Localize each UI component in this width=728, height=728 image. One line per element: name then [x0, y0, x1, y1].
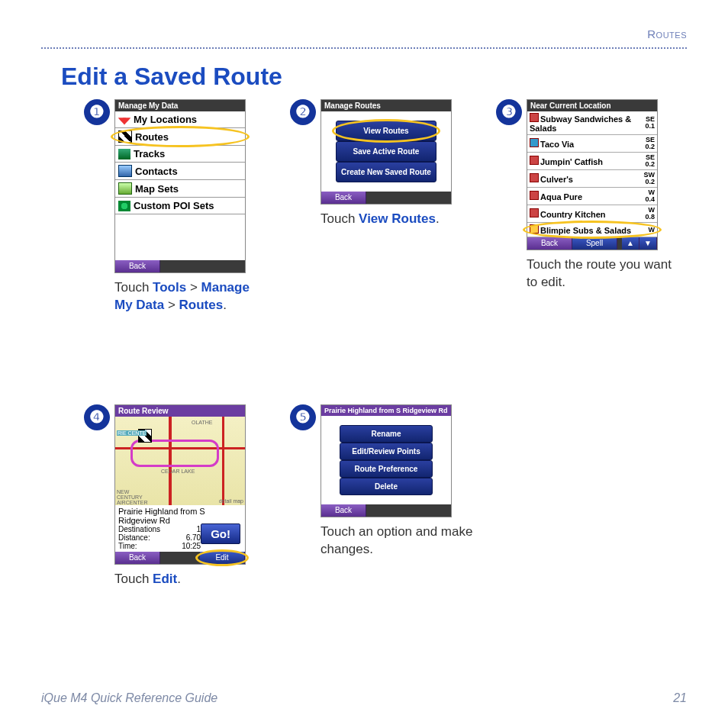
screen-footer: Back: [321, 504, 451, 517]
page-title: Edit a Saved Route: [61, 63, 282, 91]
back-button[interactable]: Back: [321, 504, 366, 517]
step-number-4: ❹: [84, 404, 110, 430]
step-2: ❷ Manage Routes View Routes Save Active …: [321, 99, 473, 228]
page-number: 21: [673, 691, 687, 705]
route-icon: [118, 130, 132, 143]
screen-footer: Back: [321, 192, 451, 204]
route-map[interactable]: OLATHE RIE CENTE CEDAR LAKE NEW CENTURY …: [115, 417, 245, 505]
go-button[interactable]: Go!: [201, 523, 240, 544]
caption-5: Touch an option and make changes.: [321, 523, 473, 559]
back-button[interactable]: Back: [115, 552, 160, 564]
save-active-route-button[interactable]: Save Active Route: [336, 141, 436, 162]
contacts-icon: [118, 165, 132, 177]
menu-routes[interactable]: Routes: [115, 128, 245, 146]
titlebar: Manage My Data: [115, 100, 245, 111]
edit-button[interactable]: Edit: [200, 552, 245, 564]
screen-footer: Back Spell ▲ ▼: [527, 237, 657, 250]
caption-1: Touch Tools > Manage My Data > Routes.: [114, 279, 267, 314]
restaurant-icon: [530, 173, 539, 182]
screen-route-review: Route Review OLATHE RIE CENTE CEDAR LAKE…: [114, 404, 246, 565]
titlebar: Manage Routes: [321, 100, 451, 111]
step-3: ❸ Near Current Location Subway Sandwiche…: [527, 99, 679, 292]
restaurant-icon: [530, 113, 539, 122]
menu-contacts[interactable]: Contacts: [115, 163, 245, 180]
route-name: Prairie Highland from S Ridgeview Rd: [118, 507, 242, 525]
restaurant-icon: [530, 224, 539, 234]
scroll-down-button[interactable]: ▼: [639, 237, 657, 250]
poi-icon: [118, 201, 130, 211]
menu-map-sets[interactable]: Map Sets: [115, 180, 245, 198]
poi-row[interactable]: Taco ViaSE0.2: [527, 135, 657, 153]
menu-tracks[interactable]: Tracks: [115, 146, 245, 163]
titlebar: Near Current Location: [527, 100, 657, 111]
view-routes-button[interactable]: View Routes: [336, 121, 436, 141]
poi-row[interactable]: Subway Sandwiches & SaladsSE0.1: [527, 111, 657, 135]
tracks-icon: [118, 149, 130, 159]
back-button[interactable]: Back: [321, 192, 366, 204]
delete-button[interactable]: Delete: [340, 478, 433, 495]
route-details: Prairie Highland from S Ridgeview Rd Go!…: [115, 505, 245, 552]
scroll-up-button[interactable]: ▲: [622, 237, 639, 250]
screen-footer: Back: [115, 260, 245, 272]
page-footer: iQue M4 Quick Reference Guide 21: [41, 691, 687, 705]
edit-review-points-button[interactable]: Edit/Review Points: [340, 443, 433, 460]
step-1: ❶ Manage My Data My Locations Routes Tra…: [114, 99, 267, 314]
screen-manage-routes: Manage Routes View Routes Save Active Ro…: [321, 99, 452, 205]
poi-row-highlighted[interactable]: Blimpie Subs & SaladsW: [527, 223, 657, 237]
route-preference-button[interactable]: Route Preference: [340, 460, 433, 478]
screen-near-location: Near Current Location Subway Sandwiches …: [527, 99, 658, 250]
rename-button[interactable]: Rename: [340, 425, 433, 443]
restaurant-icon: [530, 156, 539, 165]
caption-4: Touch Edit.: [114, 571, 267, 588]
caption-2: Touch View Routes.: [321, 211, 473, 228]
restaurant-icon: [530, 138, 539, 147]
step-number-5: ❺: [290, 404, 316, 430]
back-button[interactable]: Back: [527, 237, 572, 250]
menu-custom-poi[interactable]: Custom POI Sets: [115, 198, 245, 214]
step-5: ❺ Prairie Highland from S Ridgeview Rd R…: [321, 404, 473, 559]
restaurant-icon: [530, 191, 539, 200]
create-new-route-button[interactable]: Create New Saved Route: [336, 162, 436, 182]
step-number-2: ❷: [290, 99, 316, 125]
step-4: ❹ Route Review OLATHE RIE CENTE CEDAR LA…: [114, 404, 267, 588]
step-number-1: ❶: [84, 99, 110, 125]
section-header: Routes: [647, 27, 687, 40]
map-sets-icon: [118, 182, 132, 195]
heart-icon: [118, 114, 130, 125]
screen-manage-my-data: Manage My Data My Locations Routes Track…: [114, 99, 246, 273]
restaurant-icon: [530, 208, 539, 217]
back-button[interactable]: Back: [115, 260, 160, 272]
titlebar: Route Review: [115, 405, 245, 417]
caption-3: Touch the route you want to edit.: [527, 256, 679, 292]
poi-row[interactable]: Culver'sSW0.2: [527, 170, 657, 188]
poi-row[interactable]: Jumpin' CatfishSE0.2: [527, 153, 657, 170]
header-rule: [41, 47, 687, 49]
titlebar: Prairie Highland from S Ridgeview Rd: [321, 405, 451, 416]
screen-route-options: Prairie Highland from S Ridgeview Rd Ren…: [321, 404, 452, 517]
poi-row[interactable]: Aqua PureW0.4: [527, 188, 657, 205]
spell-button[interactable]: Spell: [572, 237, 617, 250]
step-number-3: ❸: [496, 99, 522, 125]
guide-title: iQue M4 Quick Reference Guide: [41, 691, 217, 705]
screen-footer: Back Edit: [115, 552, 245, 564]
